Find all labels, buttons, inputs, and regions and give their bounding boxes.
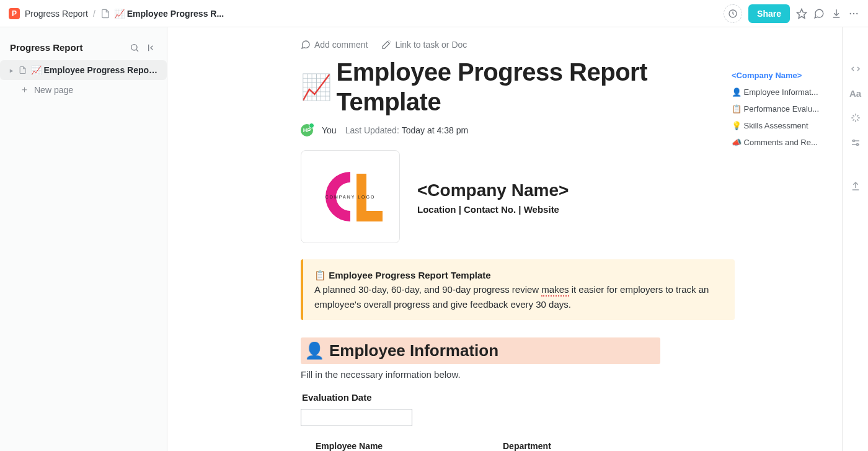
svg-marker-1 bbox=[797, 9, 807, 18]
sparkle-icon bbox=[850, 112, 861, 123]
table-header-row: Employee Name Department bbox=[301, 441, 675, 451]
sidebar-search-button[interactable] bbox=[130, 43, 140, 53]
sidebar-new-page-label: New page bbox=[34, 85, 73, 95]
collapse-icon bbox=[147, 43, 157, 53]
svg-point-12 bbox=[856, 144, 858, 146]
outline-item[interactable]: 👤 Employee Informat... bbox=[732, 84, 831, 100]
evaluation-date-input[interactable] bbox=[301, 409, 412, 426]
caret-right-icon: ▸ bbox=[10, 67, 15, 74]
callout-body: A planned 30-day, 60-day, and 90-day pro… bbox=[314, 282, 724, 311]
arrows-horizontal-icon bbox=[850, 63, 861, 74]
last-updated: Last Updated: Today at 4:38 pm bbox=[345, 125, 468, 135]
upload-icon bbox=[850, 181, 861, 192]
spellcheck-squiggle: makes bbox=[541, 284, 569, 297]
rail-width-button[interactable] bbox=[850, 63, 861, 74]
outline-item[interactable]: 📣 Comments and Re... bbox=[732, 134, 831, 151]
outline: <Company Name> 👤 Employee Informat... 📋 … bbox=[732, 67, 831, 151]
sidebar-item-doc[interactable]: ▸ 📈 Employee Progress Report Temp... bbox=[0, 60, 167, 80]
sidebar: Progress Report ▸ 📈 Employee Progress Re… bbox=[0, 27, 167, 451]
person-icon: 👤 bbox=[304, 341, 324, 360]
clock-icon bbox=[728, 9, 738, 19]
callout[interactable]: 📋 Employee Progress Report Template A pl… bbox=[301, 259, 735, 320]
main: Add comment Link to task or Doc 📈 Employ… bbox=[167, 27, 868, 451]
svg-line-6 bbox=[136, 50, 138, 51]
doc-meta: HP You Last Updated: Today at 4:38 pm bbox=[301, 124, 735, 136]
section-instruction[interactable]: Fill in the necessary information below. bbox=[301, 369, 735, 380]
document: Add comment Link to task or Doc 📈 Employ… bbox=[301, 27, 735, 451]
layout: Progress Report ▸ 📈 Employee Progress Re… bbox=[0, 27, 868, 451]
document-icon bbox=[19, 65, 27, 75]
comment-plus-icon bbox=[301, 40, 311, 50]
rail-settings-button[interactable] bbox=[850, 137, 861, 148]
company-logo-icon: COMPANY LOGO bbox=[313, 163, 388, 231]
svg-point-3 bbox=[853, 12, 854, 14]
link-task-button[interactable]: Link to task or Doc bbox=[381, 40, 467, 50]
clipboard-icon: 📋 bbox=[314, 270, 326, 280]
sidebar-title: Progress Report bbox=[10, 42, 83, 53]
department-label: Department bbox=[488, 441, 675, 451]
author-name: You bbox=[322, 125, 337, 135]
breadcrumb-separator: / bbox=[93, 9, 95, 19]
section-employee-info-heading[interactable]: 👤 Employee Information bbox=[301, 337, 660, 364]
breadcrumb: P Progress Report / 📈 Employee Progress … bbox=[9, 8, 224, 19]
download-icon bbox=[831, 8, 842, 19]
add-comment-button[interactable]: Add comment bbox=[301, 40, 368, 50]
doc-toolbar: Add comment Link to task or Doc bbox=[301, 36, 735, 57]
svg-point-2 bbox=[850, 12, 851, 14]
history-button[interactable] bbox=[724, 4, 742, 23]
company-name[interactable]: <Company Name> bbox=[417, 181, 735, 200]
breadcrumb-root[interactable]: Progress Report bbox=[25, 9, 88, 19]
sidebar-header: Progress Report bbox=[0, 37, 167, 60]
svg-point-5 bbox=[131, 44, 137, 50]
sidebar-item-label: 📈 Employee Progress Report Temp... bbox=[31, 65, 161, 75]
employee-name-label: Employee Name bbox=[301, 441, 488, 451]
search-icon bbox=[130, 43, 140, 53]
company-header: COMPANY LOGO <Company Name> Location | C… bbox=[301, 150, 735, 243]
workspace-badge: P bbox=[9, 8, 20, 19]
comment-icon bbox=[813, 8, 825, 19]
topbar: P Progress Report / 📈 Employee Progress … bbox=[0, 0, 868, 27]
rail-export-button[interactable] bbox=[850, 181, 861, 192]
svg-point-4 bbox=[856, 12, 857, 14]
title-emoji-icon: 📈 bbox=[301, 72, 332, 102]
star-icon bbox=[796, 8, 807, 19]
more-horizontal-icon bbox=[848, 8, 859, 19]
svg-text:COMPANY LOGO: COMPANY LOGO bbox=[326, 195, 376, 199]
plus-icon: ＋ bbox=[20, 85, 29, 95]
right-rail: Aa bbox=[842, 27, 868, 451]
outline-item[interactable]: 💡 Skills Assessment bbox=[732, 117, 831, 134]
comments-button[interactable] bbox=[813, 8, 825, 19]
more-button[interactable] bbox=[848, 8, 859, 19]
document-icon bbox=[100, 9, 110, 19]
company-logo[interactable]: COMPANY LOGO bbox=[301, 150, 400, 243]
avatar[interactable]: HP bbox=[301, 124, 313, 136]
download-button[interactable] bbox=[831, 8, 842, 19]
rail-typography-button[interactable]: Aa bbox=[849, 88, 861, 99]
outline-item[interactable]: <Company Name> bbox=[732, 67, 831, 84]
topbar-actions: Share bbox=[724, 4, 859, 23]
share-button[interactable]: Share bbox=[748, 4, 790, 23]
breadcrumb-doc[interactable]: 📈 Employee Progress R... bbox=[100, 9, 224, 19]
rail-ai-button[interactable] bbox=[850, 112, 861, 123]
favorite-button[interactable] bbox=[796, 8, 807, 19]
wand-icon bbox=[381, 40, 391, 50]
outline-item[interactable]: 📋 Performance Evalu... bbox=[732, 100, 831, 117]
evaluation-date-label: Evaluation Date bbox=[302, 392, 735, 403]
svg-point-9 bbox=[852, 140, 854, 142]
company-subline[interactable]: Location | Contact No. | Website bbox=[417, 204, 735, 215]
callout-title: Employee Progress Report Template bbox=[329, 270, 490, 280]
sidebar-new-page[interactable]: ＋ New page bbox=[0, 80, 167, 100]
sidebar-collapse-button[interactable] bbox=[147, 43, 157, 53]
page-title[interactable]: 📈 Employee Progress Report Template bbox=[301, 57, 735, 117]
sliders-icon bbox=[850, 137, 861, 148]
